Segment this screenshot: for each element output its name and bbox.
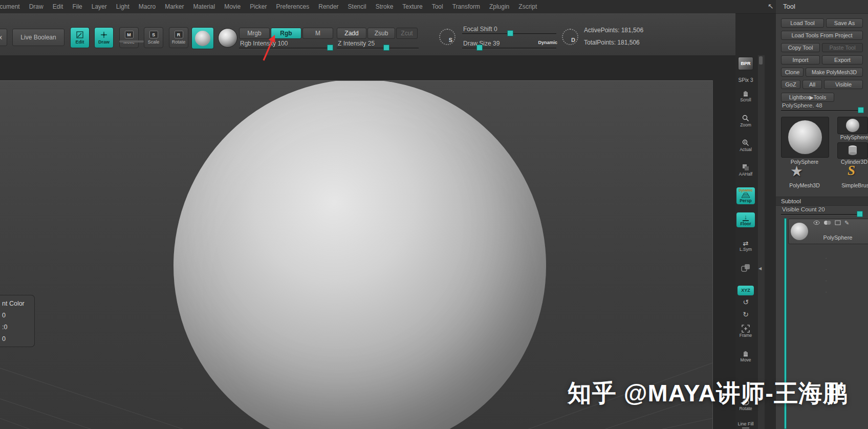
- z-intensity-track: [337, 48, 419, 49]
- polymesh3d-star-icon[interactable]: ★: [790, 164, 803, 179]
- aahalf-button[interactable]: AAHalf: [736, 163, 755, 177]
- local-symmetry-button[interactable]: ⇄ L.Sym: [736, 240, 755, 252]
- line-fill-button[interactable]: Line Fill: [736, 422, 755, 429]
- menu-item-marker[interactable]: Marker: [165, 3, 184, 10]
- menu-item-stencil[interactable]: Stencil: [348, 3, 366, 10]
- canvas-area[interactable]: [0, 55, 735, 429]
- export-button[interactable]: Export: [822, 55, 863, 65]
- menu-item-macro[interactable]: Macro: [139, 3, 156, 10]
- partial-left-button[interactable]: x: [0, 29, 7, 46]
- menu-item-draw[interactable]: Draw: [29, 3, 44, 10]
- lightbox-tools-button[interactable]: Lightbox▶Tools: [781, 93, 834, 102]
- menu-item-edit[interactable]: Edit: [53, 3, 63, 10]
- divider-grip[interactable]: [759, 56, 763, 65]
- shelf-scrollbar[interactable]: [119, 40, 144, 42]
- make-polymesh3d-button[interactable]: Make PolyMesh3D: [806, 68, 863, 77]
- menu-item-texture[interactable]: Texture: [402, 3, 422, 10]
- persp-button[interactable]: Dynamic Persp: [736, 187, 755, 204]
- z-intensity-handle[interactable]: [383, 45, 389, 51]
- dynamic-label[interactable]: Dynamic: [538, 40, 557, 45]
- import-button[interactable]: Import: [781, 55, 820, 65]
- rotate-button[interactable]: R Rotate: [169, 27, 188, 48]
- spix-slider[interactable]: SPix 3: [736, 78, 755, 82]
- polysphere-tool-thumbnail[interactable]: [837, 117, 868, 134]
- current-material-button[interactable]: [218, 28, 237, 48]
- z-intensity-slider[interactable]: Z Intensity 25: [337, 40, 419, 50]
- subtool-section-header[interactable]: Subtool: [776, 197, 868, 206]
- color-popup-line4: 0: [2, 333, 34, 345]
- menu-item-stroke[interactable]: Stroke: [376, 3, 394, 10]
- actual-button[interactable]: Actual: [736, 139, 755, 152]
- spin-right-button[interactable]: ↻: [736, 310, 755, 318]
- goz-button[interactable]: GoZ: [781, 80, 800, 89]
- move-canvas-button[interactable]: Move: [736, 349, 755, 362]
- m-button[interactable]: M: [302, 28, 333, 39]
- simplebrush-icon[interactable]: S: [848, 163, 855, 178]
- clone-button[interactable]: Clone: [781, 68, 804, 77]
- menu-item-transform[interactable]: Transform: [452, 3, 480, 10]
- menu-item-picker[interactable]: Picker: [250, 3, 267, 10]
- cylinder3d-tool-thumbnail[interactable]: [837, 142, 868, 159]
- menu-item-layer[interactable]: Layer: [92, 3, 107, 10]
- menu-item-zscript[interactable]: Zscript: [518, 3, 537, 10]
- subtool-list-item[interactable]: ✎ PolySphere: [788, 219, 868, 244]
- zsub-button[interactable]: Zsub: [367, 28, 395, 39]
- panel-divider-scrollbar[interactable]: ◀: [757, 55, 765, 429]
- stroke-icon[interactable]: S: [439, 29, 455, 45]
- frame-button[interactable]: Frame: [736, 325, 755, 338]
- floor-button[interactable]: ↓ Floor: [736, 212, 755, 227]
- focal-shift-handle[interactable]: [507, 30, 513, 36]
- active-tool-slider[interactable]: PolySphere. 48: [781, 102, 863, 113]
- menu-item-file[interactable]: File: [72, 3, 82, 10]
- palette-grab-icon[interactable]: ↖: [768, 2, 774, 10]
- visible-count-handle[interactable]: [857, 211, 863, 217]
- spin-left-button[interactable]: ↺: [736, 298, 755, 306]
- scale-button[interactable]: S Scale: [144, 27, 163, 48]
- save-as-button[interactable]: Save As: [826, 18, 863, 28]
- draw-button[interactable]: Draw: [94, 27, 114, 48]
- draw-size-handle[interactable]: [476, 45, 483, 51]
- subtool-frame-icon[interactable]: [835, 220, 841, 225]
- goz-visible-button[interactable]: Visible: [824, 80, 863, 89]
- depth-icon[interactable]: D: [562, 29, 578, 45]
- menu-item-material[interactable]: Material: [193, 3, 215, 10]
- rgb-intensity-handle[interactable]: [327, 45, 333, 51]
- copy-tool-button[interactable]: Copy Tool: [781, 43, 820, 52]
- zoom-button[interactable]: Zoom: [736, 114, 755, 127]
- subtool-eye-icon[interactable]: [813, 220, 820, 225]
- current-brush-button[interactable]: [191, 27, 214, 49]
- bpr-button[interactable]: BPR: [736, 57, 755, 70]
- load-tool-button[interactable]: Load Tool: [781, 18, 824, 28]
- goz-all-button[interactable]: All: [802, 80, 822, 89]
- menu-item-document[interactable]: Document: [0, 3, 20, 10]
- active-tool-slider-handle[interactable]: [858, 107, 864, 113]
- menu-item-light[interactable]: Light: [116, 3, 129, 10]
- move-button[interactable]: M Move: [119, 27, 139, 48]
- rgb-intensity-slider[interactable]: Rgb Intensity 100: [239, 40, 332, 50]
- document-viewport[interactable]: [0, 80, 713, 429]
- divider-collapse-icon[interactable]: ◀: [758, 266, 762, 271]
- live-boolean-button[interactable]: Live Boolean: [12, 29, 64, 46]
- menu-item-render[interactable]: Render: [318, 3, 338, 10]
- visible-count-slider[interactable]: Visible Count 20: [781, 206, 863, 217]
- subtool-brush-icon[interactable]: ✎: [844, 220, 849, 225]
- menu-item-zplugin[interactable]: Zplugin: [489, 3, 509, 10]
- edit-button[interactable]: Edit: [70, 27, 90, 48]
- menu-item-preferences[interactable]: Preferences: [276, 3, 310, 10]
- load-tools-from-project-button[interactable]: Load Tools From Project: [781, 31, 863, 40]
- polysphere-small-icon: [846, 119, 859, 132]
- paste-tool-button[interactable]: Paste Tool: [822, 43, 863, 52]
- zcut-button[interactable]: Zcut: [396, 28, 418, 39]
- active-tool-thumbnail[interactable]: [781, 117, 829, 158]
- menu-item-tool[interactable]: Tool: [432, 3, 443, 10]
- draw-size-slider[interactable]: Draw Size 39 Dynamic: [462, 40, 556, 50]
- tool-palette-header[interactable]: Tool: [776, 0, 868, 14]
- zadd-button[interactable]: Zadd: [337, 28, 366, 39]
- focal-shift-slider[interactable]: Focal Shift 0: [462, 26, 556, 36]
- transparency-button[interactable]: [736, 264, 755, 272]
- subtool-spheres-icon[interactable]: [823, 220, 831, 225]
- scroll-button[interactable]: Scroll: [736, 89, 755, 102]
- menu-item-movie[interactable]: Movie: [224, 3, 241, 10]
- visible-count-value: 20: [818, 206, 825, 212]
- xyz-symmetry-button[interactable]: XYZ: [737, 286, 754, 295]
